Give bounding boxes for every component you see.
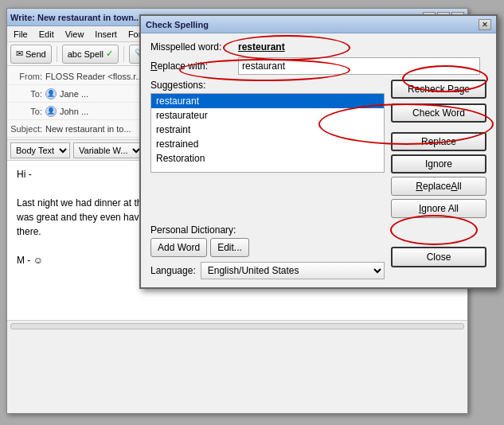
toolbar-separator-2	[123, 46, 124, 62]
edit-button[interactable]: Edit...	[210, 238, 249, 257]
body-text-select[interactable]: Body Text	[10, 142, 70, 158]
send-button[interactable]: ✉ Send	[10, 45, 52, 64]
menu-insert[interactable]: Insert	[93, 29, 119, 39]
misspelled-label: Misspelled word:	[150, 41, 238, 53]
suggestion-item-0[interactable]: restaurant	[151, 94, 384, 108]
menu-edit[interactable]: Edit	[37, 29, 56, 39]
close-dialog-button[interactable]: Close	[391, 247, 486, 267]
misspelled-display: resteurant	[238, 41, 285, 53]
variable-select[interactable]: Variable W...	[73, 142, 143, 158]
spell-bottom-left: Personal Dictionary: Add Word Edit... La…	[150, 224, 385, 279]
spell-titlebar: Check Spelling ✕	[141, 16, 496, 33]
menu-file[interactable]: File	[12, 29, 29, 39]
spell-check-icon: ✓	[106, 49, 113, 59]
suggestions-list[interactable]: restaurant restaurateur restraint restra…	[150, 93, 385, 173]
language-select[interactable]: English/United States	[201, 262, 385, 279]
add-word-button[interactable]: Add Word	[150, 238, 207, 257]
to2-label: To:	[10, 107, 42, 116]
spell-dialog-body: Misspelled word: resteurant Replace with…	[141, 33, 496, 287]
suggestion-item-2[interactable]: restraint	[151, 123, 384, 137]
send-icon: ✉	[16, 49, 23, 59]
to2-icon: 👤	[45, 106, 57, 117]
toolbar-separator	[57, 46, 57, 62]
personal-dict-label: Personal Dictionary:	[150, 224, 385, 236]
spell-bottom-section: Personal Dictionary: Add Word Edit... La…	[150, 224, 486, 279]
replace-button[interactable]: Replace	[391, 132, 486, 151]
replace-with-input[interactable]	[238, 57, 480, 75]
menu-view[interactable]: View	[64, 29, 86, 39]
spell-main-section: Suggestions: restaurant restaurateur res…	[150, 80, 486, 218]
to1-label: To:	[10, 89, 42, 99]
spell-right-buttons: Recheck Page Check Word Replace Ignore R…	[391, 80, 486, 218]
check-word-button[interactable]: Check Word	[391, 103, 486, 123]
spell-button[interactable]: abc Spell ✓	[62, 45, 119, 64]
replace-all-button[interactable]: Replace All	[391, 177, 486, 196]
write-title: Write: New restaurant in town...	[10, 13, 141, 22]
replace-with-row: Replace with:	[150, 57, 486, 75]
suggestion-item-4[interactable]: Restoration	[151, 151, 384, 166]
suggestion-item-1[interactable]: restaurateur	[151, 108, 384, 123]
suggestions-label: Suggestions:	[150, 80, 385, 91]
spell-icon: abc	[68, 49, 82, 59]
spell-suggestions-section: Suggestions: restaurant restaurateur res…	[150, 80, 385, 218]
ignore-button[interactable]: Ignore	[391, 154, 486, 174]
spell-dialog-title: Check Spelling	[146, 20, 209, 29]
recheck-page-button[interactable]: Recheck Page	[391, 80, 486, 99]
language-row: Language: English/United States	[150, 262, 385, 279]
language-label: Language:	[150, 265, 196, 276]
spell-close-button[interactable]: ✕	[479, 19, 491, 30]
spell-dialog: Check Spelling ✕ Misspelled word: resteu…	[139, 14, 498, 289]
replace-with-label: Replace with:	[150, 60, 238, 72]
dict-buttons: Add Word Edit...	[150, 238, 385, 257]
horizontal-scrollbar[interactable]	[10, 323, 464, 329]
ignore-all-button[interactable]: Ignore All	[391, 199, 486, 218]
misspelled-row: Misspelled word: resteurant	[150, 41, 486, 53]
to1-icon: 👤	[45, 88, 57, 99]
subject-label: Subject:	[10, 124, 42, 134]
spell-close-section: Close	[391, 224, 486, 267]
suggestion-item-3[interactable]: restrained	[151, 137, 384, 151]
scrollbar-area	[7, 320, 467, 331]
from-label: From:	[10, 72, 42, 81]
